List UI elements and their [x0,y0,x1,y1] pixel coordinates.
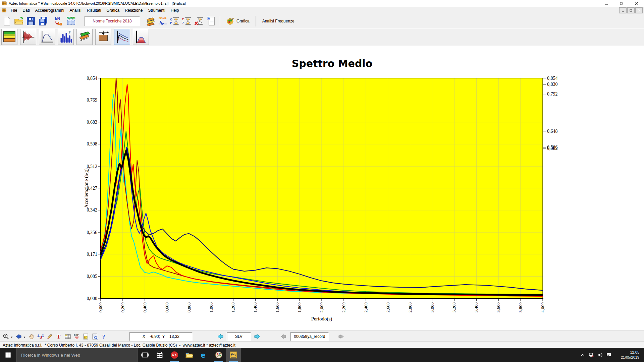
svg-text:7: 7 [182,21,184,24]
menu-help[interactable]: Help [168,7,182,13]
layers-slant-button[interactable] [76,29,93,45]
svg-text:Accelerazione (a/g): Accelerazione (a/g) [84,169,89,208]
toolbar-separator [220,16,220,26]
menu-bar: FileDatiAccelerogrammiAnalisiRisultatiGr… [0,7,644,14]
sisma-icon[interactable]: SISMA [157,15,169,27]
svg-text:RX: RX [172,353,177,357]
chevron-up-icon[interactable] [578,348,587,362]
open-file-icon[interactable] [13,15,25,27]
font-icon[interactable]: ABC [37,333,45,341]
svg-text:0,648: 0,648 [547,129,558,134]
action-center-icon[interactable] [604,348,613,362]
svg-text:4,000: 4,000 [540,302,545,313]
stratigraphy-button[interactable] [1,29,17,45]
state-prev-button[interactable] [216,333,225,341]
system-tray: 12:05 21/05/2019 [578,348,644,362]
print-preview-icon[interactable] [91,333,99,341]
zoom-icon-dropdown[interactable]: ▼ [10,336,13,339]
new-file-icon[interactable] [1,15,13,27]
analisi-frequenze-button[interactable]: Analisi Frequenze [259,17,298,25]
table-icon[interactable] [64,333,72,341]
menu-file[interactable]: File [8,7,20,13]
help-icon[interactable]: ? [100,333,108,341]
spectra-multi-button[interactable] [114,29,130,45]
svg-text:2,000: 2,000 [319,302,324,313]
svg-text:3,600: 3,600 [496,302,501,313]
svg-text:0,830: 0,830 [547,82,558,87]
menu-dati[interactable]: Dati [20,7,32,13]
record-next-button[interactable] [337,333,345,341]
rsl-app-icon[interactable] [226,348,241,362]
store-icon[interactable] [152,348,167,362]
svg-text:0,342: 0,342 [87,207,98,213]
mdi-close-button[interactable] [635,7,643,13]
svg-text:W: W [208,17,210,20]
svg-text:1,000: 1,000 [209,302,214,313]
menu-analisi[interactable]: Analisi [67,7,84,13]
zoom-icon[interactable] [2,333,10,341]
taskbar-search-input[interactable]: Ricerca in Windows e nel Web [16,348,138,362]
menu-strumenti[interactable]: Strumenti [146,7,168,13]
nav-back-icon[interactable] [15,333,23,341]
chart-export-icon[interactable] [82,333,90,341]
units-kn-icon[interactable]: kNkg [53,15,65,27]
svg-text:F: F [68,30,70,34]
spettro-medio-chart[interactable]: 0,8540,7690,6830,5980,5120,4270,3420,256… [0,46,644,330]
text-icon[interactable]: T [55,333,63,341]
accelerogram-button[interactable] [20,29,36,45]
edge-icon[interactable]: e [197,348,211,362]
stop-analysis-icon[interactable] [193,15,205,27]
grafica-button[interactable]: Grafica [223,16,253,26]
svg-text:DXF: DXF [74,334,79,337]
svg-text:Spettro Medio: Spettro Medio [292,58,373,69]
spectra-fill-button[interactable] [133,29,149,45]
svg-text:T: T [57,334,61,340]
norms-book-icon[interactable]: NORM [65,15,77,27]
task-view-icon[interactable] [138,348,152,362]
menu-accelerogrammi[interactable]: Accelerogrammi [33,7,67,13]
nav-back-icon-dropdown[interactable]: ▼ [23,336,26,339]
svg-text:0,200: 0,200 [120,302,125,313]
svg-text:P: P [170,21,172,24]
bottom-toolbar: ▼▼ABCTDXF? X = -6,90; Y = 13,32 SLV 0003… [0,330,644,342]
rx-app-icon[interactable]: RX [167,348,182,362]
save-all-icon[interactable] [37,15,49,27]
network-status-icon[interactable] [587,348,596,362]
svg-text:3,000: 3,000 [430,302,435,313]
start-button[interactable] [0,348,16,362]
svg-text:3,800: 3,800 [518,302,523,313]
pan-hand-icon[interactable] [28,333,36,341]
menu-risultati[interactable]: Risultati [84,7,104,13]
svg-text:0,683: 0,683 [87,120,98,125]
file-explorer-icon[interactable] [182,348,197,362]
report-icon[interactable]: W [205,15,217,27]
main-toolbar: kNkgNORMNorme Tecniche 2018SISMAOP27WGra… [0,14,644,28]
menu-relazione[interactable]: Relazione [122,7,145,13]
spectrum-t-button[interactable]: T [39,29,55,45]
record-name-value: 000359ya_record [290,332,329,341]
record-prev-button[interactable] [279,333,288,341]
run-analysis-icon[interactable]: OP [169,15,181,27]
mdi-minimize-button[interactable] [619,7,627,13]
frequency-histogram-button[interactable]: F [58,29,74,45]
soil-profile-icon[interactable] [145,15,157,27]
svg-text:kN: kN [55,16,60,21]
minimize-button[interactable] [599,0,614,7]
volume-icon[interactable] [596,348,604,362]
dxf-export-icon[interactable]: DXF [73,333,81,341]
save-icon[interactable] [25,15,37,27]
svg-text:3,400: 3,400 [474,302,479,313]
draw-icon[interactable] [46,333,54,341]
paint-app-icon[interactable] [211,348,226,362]
taskbar-clock[interactable]: 12:05 21/05/2019 [613,350,643,360]
restore-button[interactable] [614,0,629,7]
svg-text:0,000: 0,000 [98,302,103,313]
state-next-button[interactable] [253,333,262,341]
run-analysis-2-icon[interactable]: 27 [181,15,193,27]
svg-text:Periodo(s): Periodo(s) [311,316,332,322]
load-box-button[interactable] [95,29,111,45]
close-button[interactable] [629,0,644,7]
mdi-restore-button[interactable] [627,7,635,13]
analisi-frequenze-button-label: Analisi Frequenze [262,19,294,23]
menu-grafica[interactable]: Grafica [104,7,122,13]
